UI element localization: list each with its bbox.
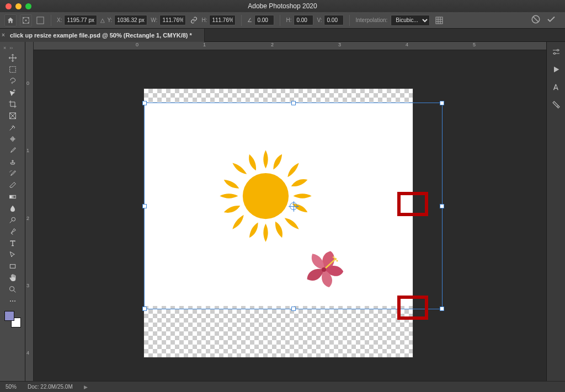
svg-point-15 bbox=[12, 217, 15, 221]
clone-stamp-tool-icon[interactable] bbox=[5, 157, 20, 168]
foreground-color-swatch[interactable] bbox=[4, 311, 14, 321]
cancel-transform-icon[interactable] bbox=[531, 14, 541, 26]
ruler-v-label: 3 bbox=[26, 283, 29, 288]
brush-tool-icon[interactable] bbox=[5, 145, 20, 156]
delta-icon: △ bbox=[100, 17, 105, 23]
spot-heal-tool-icon[interactable] bbox=[5, 133, 20, 144]
gradient-tool-icon[interactable] bbox=[5, 191, 20, 202]
link-aspect-icon[interactable] bbox=[189, 14, 198, 26]
svg-rect-12 bbox=[10, 138, 15, 140]
rectangle-tool-icon[interactable] bbox=[5, 261, 20, 272]
interpolation-select[interactable]: Bicubic... bbox=[391, 15, 430, 26]
zoom-tool-icon[interactable] bbox=[5, 284, 20, 295]
angle-input[interactable] bbox=[254, 15, 274, 25]
canvas-wrap: 0 1 2 3 4 5 0 1 2 3 4 bbox=[25, 42, 546, 381]
dodge-tool-icon[interactable] bbox=[5, 214, 20, 225]
svg-point-26 bbox=[557, 50, 558, 51]
status-menu-icon[interactable]: ▶ bbox=[84, 384, 88, 390]
quick-select-tool-icon[interactable] bbox=[5, 87, 20, 98]
close-tab-icon[interactable]: × bbox=[2, 32, 5, 38]
path-select-tool-icon[interactable] bbox=[5, 249, 20, 260]
svg-point-5 bbox=[25, 19, 26, 20]
skew-v-group: V: bbox=[317, 15, 344, 25]
svg-rect-6 bbox=[37, 17, 44, 23]
eraser-tool-icon[interactable] bbox=[5, 180, 20, 191]
type-tool-icon[interactable] bbox=[5, 238, 20, 249]
canvas[interactable] bbox=[34, 50, 546, 381]
transform-handle-mr[interactable] bbox=[440, 204, 444, 208]
skew-h-input[interactable] bbox=[294, 15, 313, 25]
zoom-level[interactable]: 50% bbox=[6, 384, 17, 390]
document-tab[interactable]: × click up resize example file.psd @ 50%… bbox=[0, 29, 205, 42]
pen-tool-icon[interactable] bbox=[5, 226, 20, 237]
play-panel-icon[interactable] bbox=[551, 64, 562, 75]
separator bbox=[349, 15, 350, 26]
ruler-h-label: 3 bbox=[338, 42, 341, 47]
close-toolstrip-icon[interactable]: × bbox=[3, 45, 6, 51]
character-panel-icon[interactable] bbox=[551, 82, 562, 93]
transform-handle-tr[interactable] bbox=[440, 101, 444, 105]
skew-v-input[interactable] bbox=[324, 15, 344, 25]
annotation-box bbox=[397, 296, 428, 320]
transform-handle-br[interactable] bbox=[440, 307, 444, 311]
width-input[interactable] bbox=[159, 15, 186, 25]
home-icon[interactable] bbox=[4, 14, 17, 26]
ruler-top-row: 0 1 2 3 4 5 bbox=[25, 42, 546, 50]
ruler-corner bbox=[25, 42, 34, 50]
title-bar: Adobe Photoshop 2020 bbox=[0, 0, 565, 12]
ruler-v-label: 4 bbox=[26, 350, 29, 356]
commit-transform-icon[interactable] bbox=[546, 14, 556, 26]
svg-point-25 bbox=[322, 267, 326, 272]
x-input[interactable] bbox=[64, 15, 97, 25]
svg-rect-9 bbox=[9, 67, 15, 73]
more-tools-icon[interactable] bbox=[5, 296, 20, 307]
x-position-group: X: bbox=[57, 15, 97, 25]
svg-point-3 bbox=[23, 22, 24, 23]
y-input[interactable] bbox=[114, 15, 147, 25]
svg-point-20 bbox=[14, 300, 15, 302]
app-title: Adobe Photoshop 2020 bbox=[0, 2, 565, 10]
eyedropper-tool-icon[interactable] bbox=[5, 122, 20, 133]
blur-tool-icon[interactable] bbox=[5, 203, 20, 214]
properties-panel-icon[interactable] bbox=[551, 99, 562, 110]
svg-point-23 bbox=[333, 256, 334, 258]
interpolation-label: Interpolation: bbox=[355, 17, 387, 23]
artboard[interactable] bbox=[143, 88, 413, 358]
crop-tool-icon[interactable] bbox=[5, 99, 20, 110]
vertical-ruler: 0 1 2 3 4 bbox=[25, 50, 34, 381]
warp-mode-icon[interactable] bbox=[433, 14, 445, 26]
width-group: W: bbox=[151, 15, 186, 25]
svg-rect-16 bbox=[10, 265, 15, 269]
svg-rect-14 bbox=[9, 195, 15, 198]
color-swatches[interactable] bbox=[4, 311, 21, 327]
horizontal-ruler: 0 1 2 3 4 5 bbox=[34, 42, 546, 50]
document-tabs: × click up resize example file.psd @ 50%… bbox=[0, 29, 565, 42]
ruler-h-label: 0 bbox=[136, 42, 138, 47]
ruler-h-label: 2 bbox=[271, 42, 274, 47]
options-bar: X: △ Y: W: H: ∠ H: V: Interpolation: Bic… bbox=[0, 12, 565, 29]
reference-point-icon[interactable] bbox=[20, 14, 32, 26]
marquee-tool-icon[interactable] bbox=[5, 64, 20, 75]
svg-point-21 bbox=[243, 173, 289, 219]
frame-tool-icon[interactable] bbox=[5, 110, 20, 121]
skew-v-label: V: bbox=[317, 17, 322, 23]
lasso-tool-icon[interactable] bbox=[5, 76, 20, 87]
document-size: Doc: 22.0M/25.0M bbox=[28, 384, 73, 390]
hand-tool-icon[interactable] bbox=[5, 272, 20, 283]
rotate-group: ∠ bbox=[247, 15, 274, 25]
right-panel-strip bbox=[546, 42, 565, 381]
move-tool-icon[interactable] bbox=[5, 52, 20, 63]
svg-point-19 bbox=[12, 300, 13, 302]
height-input[interactable] bbox=[209, 15, 236, 25]
history-brush-tool-icon[interactable] bbox=[5, 168, 20, 179]
y-position-group: △ Y: bbox=[100, 15, 147, 25]
expand-toolstrip-icon[interactable]: ›› bbox=[9, 45, 13, 51]
adjustments-panel-icon[interactable] bbox=[551, 46, 562, 57]
relative-position-icon[interactable] bbox=[35, 14, 45, 26]
svg-point-10 bbox=[13, 90, 15, 92]
status-bar: 50% Doc: 22.0M/25.0M ▶ bbox=[0, 381, 565, 392]
tool-strip-tabs: × ›› bbox=[0, 44, 25, 52]
ruler-v-label: 1 bbox=[26, 148, 29, 153]
ruler-h-label: 1 bbox=[203, 42, 206, 47]
svg-point-24 bbox=[336, 260, 338, 261]
